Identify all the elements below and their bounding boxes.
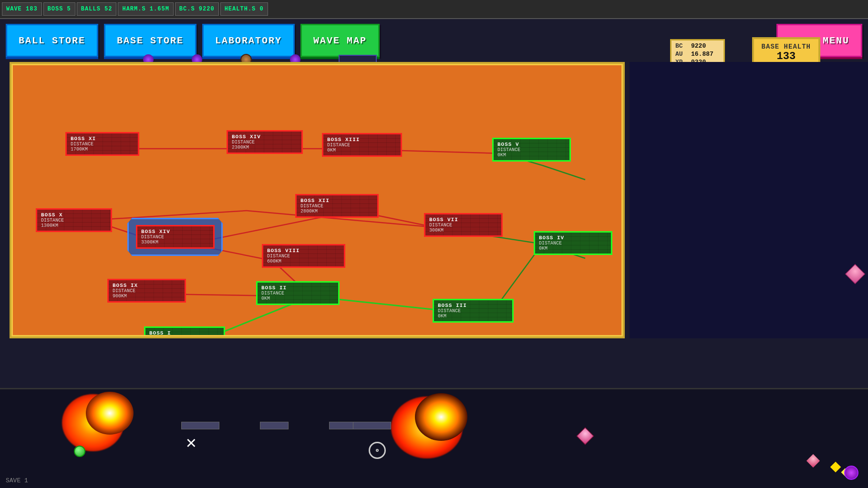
boss-i-label: BOSS I <box>149 330 220 335</box>
boss-x-label: BOSS X <box>41 212 107 218</box>
crosshair-center <box>376 449 379 452</box>
boss-ii-label: BOSS II <box>261 285 334 291</box>
wave-map-container[interactable]: BOSS XI DISTANCE 1700KM BOSS XIV DISTANC… <box>10 62 625 338</box>
boss-xiii-dist: DISTANCE <box>327 142 397 148</box>
boss-iii-label: BOSS III <box>438 303 508 308</box>
boss-v-dist: DISTANCE <box>497 147 566 152</box>
boss-xiii-label: BOSS XIII <box>327 137 397 142</box>
boss-node-viii[interactable]: BOSS VIII DISTANCE 600KM <box>262 244 345 268</box>
bc-value: 9220 <box>691 42 720 50</box>
boss-viii-label: BOSS VIII <box>267 248 340 254</box>
boss-node-ii[interactable]: BOSS II DISTANCE 0KM <box>256 281 340 305</box>
boss-xiv-current-label: BOSS XIV <box>141 229 209 234</box>
pink-gem-bottom <box>806 454 820 468</box>
boss-iii-dist: DISTANCE <box>438 308 508 314</box>
boss-xiv-top-dist: DISTANCE <box>232 140 298 145</box>
boss-node-iii[interactable]: BOSS III DISTANCE 0KM <box>433 299 514 323</box>
yellow-diamond-1 <box>830 462 841 473</box>
boss-v-dist2: 0KM <box>497 152 566 158</box>
scroll-bar-2[interactable] <box>260 422 289 429</box>
base-store-button[interactable]: BASE STORE <box>104 24 196 57</box>
boss-node-xiv-current[interactable]: BOSS XIV DISTANCE 3300KM <box>136 225 215 249</box>
crosshair-icon[interactable] <box>369 442 386 459</box>
save-text: SAVE 1 <box>6 477 28 484</box>
pink-gem-mid <box>577 427 594 445</box>
harm-stat: HARM.S 1.65M <box>118 2 173 16</box>
boss-x-dist2: 1300KM <box>41 223 107 228</box>
boss-node-ix[interactable]: BOSS IX DISTANCE 900KM <box>107 279 186 303</box>
boss-xi-dist: DISTANCE <box>71 142 134 147</box>
au-value: 16.887 <box>691 51 720 58</box>
base-health-value: 133 <box>762 51 811 62</box>
boss-node-xii[interactable]: BOSS XII DISTANCE 2800KM <box>295 194 379 218</box>
boss-xiv-top-dist2: 2300KM <box>232 145 298 150</box>
explosion-2 <box>86 392 134 435</box>
boss-vii-label: BOSS VII <box>429 217 497 223</box>
scroll-bar-4[interactable] <box>353 422 391 429</box>
boss-ix-dist2: 900KM <box>113 294 181 299</box>
bottom-area: ✕ SAVE 1 <box>0 388 868 488</box>
svg-line-17 <box>542 165 585 180</box>
boss-xi-label: BOSS XI <box>71 136 134 142</box>
top-stats-bar: WAVE 183 BOSS 5 BALLS 52 HARM.S 1.65M BC… <box>0 0 868 19</box>
bc-key: BC <box>675 42 687 50</box>
boss-node-xiii[interactable]: BOSS XIII DISTANCE 0KM <box>322 133 402 157</box>
boss-node-vii[interactable]: BOSS VII DISTANCE 300KM <box>424 213 503 237</box>
explosion-4 <box>415 393 467 441</box>
ball-store-button[interactable]: BALL STORE <box>6 24 98 57</box>
boss-iii-dist2: 0KM <box>438 314 508 319</box>
boss-xiv-current-dist2: 3300KM <box>141 240 209 245</box>
boss-ix-label: BOSS IX <box>113 283 181 288</box>
wave-map-button[interactable]: WAVE MAP <box>300 24 380 57</box>
wave-stat: WAVE 183 <box>2 2 42 16</box>
boss-node-x[interactable]: BOSS X DISTANCE 1300KM <box>36 208 112 232</box>
boss-node-iv[interactable]: BOSS IV DISTANCE 0KM <box>534 231 612 255</box>
boss-xiii-dist2: 0KM <box>327 148 397 153</box>
right-sidebar <box>630 62 868 338</box>
boss-xiv-top-label: BOSS XIV <box>232 134 298 140</box>
boss-iv-label: BOSS IV <box>539 235 607 241</box>
boss-iv-dist2: 0KM <box>539 246 607 251</box>
boss-xiv-current-dist: DISTANCE <box>141 234 209 240</box>
x-mark-icon[interactable]: ✕ <box>186 432 196 453</box>
boss-node-xi[interactable]: BOSS XI DISTANCE 1700KM <box>65 132 139 156</box>
bc-header-stat: BC.S 9220 <box>175 2 219 16</box>
boss-xii-label: BOSS XII <box>300 198 373 203</box>
boss-v-label: BOSS V <box>497 142 566 147</box>
boss-viii-dist2: 600KM <box>267 259 340 264</box>
balls-stat: BALLS 52 <box>77 2 117 16</box>
boss-stat: BOSS 5 <box>43 2 75 16</box>
boss-viii-dist: DISTANCE <box>267 254 340 259</box>
boss-vii-dist2: 300KM <box>429 228 497 233</box>
boss-ix-dist: DISTANCE <box>113 288 181 294</box>
base-health-label: BASE HEALTH <box>762 43 811 51</box>
au-key: AU <box>675 51 687 58</box>
boss-xi-dist2: 1700KM <box>71 147 134 152</box>
boss-xii-dist: DISTANCE <box>300 203 373 209</box>
wave-map-inner: BOSS XI DISTANCE 1700KM BOSS XIV DISTANC… <box>13 65 621 335</box>
boss-iv-dist: DISTANCE <box>539 241 607 246</box>
purple-orb-bottom <box>844 466 858 480</box>
laboratory-button[interactable]: LABORATORY <box>202 24 295 57</box>
green-ball <box>74 446 85 457</box>
boss-node-v[interactable]: BOSS V DISTANCE 0KM <box>492 138 571 162</box>
boss-node-xiv-top[interactable]: BOSS XIV DISTANCE 2300KM <box>227 130 303 154</box>
sidebar-gem-pink <box>845 264 865 284</box>
boss-x-dist: DISTANCE <box>41 218 107 223</box>
health-stat: HEALTH.S 0 <box>220 2 268 16</box>
boss-ii-dist: DISTANCE <box>261 291 334 296</box>
boss-ii-dist2: 0KM <box>261 296 334 301</box>
boss-xii-dist2: 2800KM <box>300 209 373 214</box>
boss-node-i[interactable]: BOSS I DISTANCE 0KM <box>144 326 225 335</box>
boss-vii-dist: DISTANCE <box>429 223 497 228</box>
scroll-bar-1[interactable] <box>181 422 219 429</box>
